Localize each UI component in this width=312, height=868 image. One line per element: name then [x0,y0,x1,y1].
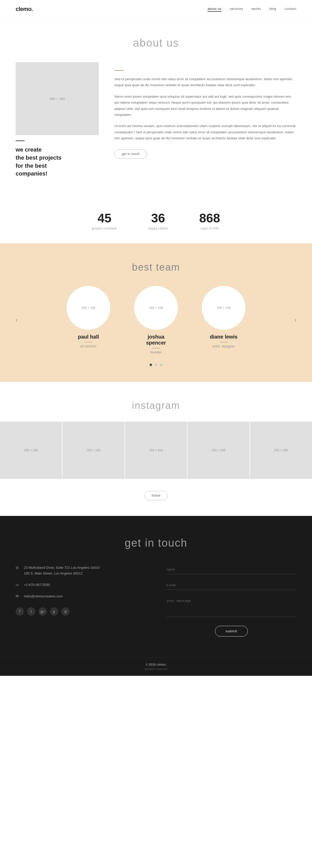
contact-info: ◎ 23 Mulholland Drive, Suite 721 Los Ang… [15,565,146,637]
team-name-diane: diane lewis [198,334,250,340]
follow-button[interactable]: follow [144,491,168,500]
instagram-icon[interactable]: ◎ [61,607,70,616]
name-input[interactable] [166,565,297,574]
stat-milk-number: 868 [199,212,220,224]
stat-projects: 45 project complete [92,212,117,230]
instagram-item-1[interactable]: 256 × 266 [0,422,62,479]
about-section: about us 580 × 360 we createthe best pro… [0,19,312,199]
about-tagline: we createthe best projectsfor the bestco… [15,146,99,178]
get-in-touch-button[interactable]: get in touch [114,149,147,159]
instagram-follow-container: follow [0,488,312,500]
nav-works[interactable]: works [252,7,261,12]
pinterest-icon[interactable]: p [50,607,58,616]
nav-about[interactable]: about us [207,7,221,12]
message-input[interactable] [166,596,297,617]
team-divider-joshua [152,348,160,348]
about-left: 580 × 360 we createthe best projectsfor … [15,62,99,178]
team-role-paul: art director [62,345,114,348]
stats-section: 45 project complete 36 happy clients 868… [0,199,312,244]
about-image: 580 × 360 [15,62,99,135]
contact-phone: +1-670-567-5590 [24,582,50,588]
team-avatar-diane: 168 × 168 [202,286,245,330]
team-role-joshua: founder [130,350,182,354]
stat-milk: 868 cups of milk [199,212,220,230]
team-title: best team [15,262,297,273]
team-role-diane: artist. designer [198,345,250,348]
instagram-item-5[interactable]: 256 × 266 [250,422,312,479]
location-icon: ◎ [15,565,20,570]
contact-address: 23 Mulholland Drive, Suite 721 Los Angel… [24,565,100,576]
instagram-grid: 256 × 266 256 × 266 256 × 266 256 × 266 … [0,422,312,479]
about-para3: Ut enim ad minima veniam, quis nostrum e… [114,123,297,141]
contact-form: submit [166,565,297,637]
contact-content: ◎ 23 Mulholland Drive, Suite 721 Los Ang… [15,565,297,637]
instagram-item-4[interactable]: 256 × 266 [187,422,250,479]
carousel-dots [15,364,297,366]
team-member-paul: 168 × 168 paul hall art director [62,286,114,354]
nav-services[interactable]: services [230,7,243,12]
email-icon: ✉ [15,594,20,599]
twitter-icon[interactable]: t [27,607,35,616]
carousel-dot-1[interactable] [149,364,152,366]
contact-phone-item: ▭ +1-670-567-5590 [15,582,146,588]
instagram-title: instagram [0,400,312,411]
googleplus-icon[interactable]: g+ [38,607,47,616]
facebook-icon[interactable]: f [15,607,24,616]
stat-milk-label: cups of milk [199,226,220,230]
team-name-paul: paul hall [62,334,114,340]
footer-rights: all rights reserved [5,668,307,671]
about-title: about us [15,37,297,49]
team-prev-button[interactable]: ‹ [15,317,18,323]
phone-icon: ▭ [15,583,20,587]
email-input[interactable] [166,581,297,590]
nav: about us services works blog contact [207,7,297,12]
contact-email-item: ✉ hello@clemocreative.com [15,593,146,599]
team-avatar-joshua: 168 × 168 [134,286,178,330]
contact-email: hello@clemocreative.com [24,593,63,599]
carousel-dot-3[interactable] [160,364,163,366]
team-name-joshua: joshuaspencer [130,334,182,346]
team-divider-diane [220,342,228,342]
stat-projects-label: project complete [92,226,117,230]
team-member-diane: 168 × 168 diane lewis artist. designer [198,286,250,354]
team-section: best team ‹ 168 × 168 paul hall art dire… [0,244,312,382]
footer: © 2016 clemo. all rights reserved [0,657,312,676]
about-para2: Nemo enim ipsam voluptatem quia voluptas… [114,93,297,118]
submit-button[interactable]: submit [215,626,248,637]
instagram-item-3[interactable]: 256 × 266 [125,422,187,479]
team-carousel: ‹ 168 × 168 paul hall art director 168 ×… [15,286,297,354]
logo: clemo. [15,6,33,12]
stat-clients-number: 36 [148,212,168,224]
social-icons: f t g+ p ◎ [15,607,146,616]
about-para1: Sed ut perspiciatis unde omnis iste natu… [114,76,297,88]
footer-copy: © 2016 clemo. [5,663,307,666]
about-right: Sed ut perspiciatis unde omnis iste natu… [114,62,297,159]
instagram-item-2[interactable]: 256 × 266 [62,422,125,479]
about-right-divider [114,70,124,71]
team-next-button[interactable]: › [294,317,297,323]
team-divider-paul [84,342,92,342]
contact-address-item: ◎ 23 Mulholland Drive, Suite 721 Los Ang… [15,565,146,576]
nav-contact[interactable]: contact [285,7,297,12]
about-content: 580 × 360 we createthe best projectsfor … [15,62,297,178]
header: clemo. about us services works blog cont… [0,0,312,19]
carousel-dot-2[interactable] [155,364,157,366]
about-divider [15,141,25,141]
stat-projects-number: 45 [92,212,117,224]
team-member-joshua: 168 × 168 joshuaspencer founder [130,286,182,354]
team-avatar-paul: 168 × 168 [67,286,110,330]
instagram-section: instagram 256 × 266 256 × 266 256 × 266 … [0,382,312,516]
contact-section: get in touch ◎ 23 Mulholland Drive, Suit… [0,516,312,657]
stat-clients: 36 happy clients [148,212,168,230]
stat-clients-label: happy clients [148,226,168,230]
team-members: 168 × 168 paul hall art director 168 × 1… [62,286,250,354]
nav-blog[interactable]: blog [269,7,276,12]
contact-title: get in touch [15,537,297,549]
